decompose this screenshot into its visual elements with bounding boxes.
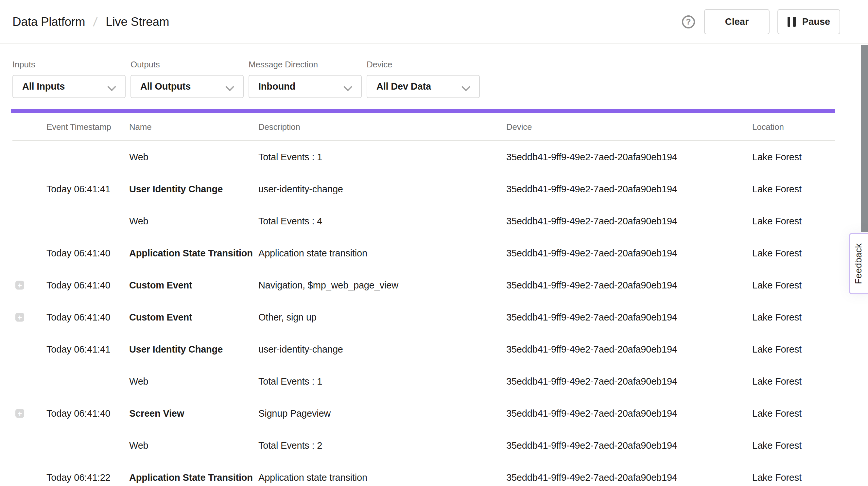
table-row[interactable]: Web Total Events : 4 35eddb41-9ff9-49e2-… bbox=[12, 205, 835, 237]
table-header-row: Event Timestamp Name Description Device … bbox=[12, 113, 835, 141]
table-row[interactable]: Web Total Events : 2 35eddb41-9ff9-49e2-… bbox=[12, 429, 835, 461]
live-stream-page: Data Platform / Live Stream ? Clear Paus… bbox=[0, 0, 868, 486]
location-cell: Lake Forest bbox=[752, 344, 834, 355]
pause-icon bbox=[787, 17, 796, 27]
event-name-cell: Web bbox=[129, 376, 257, 387]
device-cell: 35eddb41-9ff9-49e2-7aed-20afa90eb194 bbox=[506, 152, 748, 162]
feedback-tab[interactable]: Feedback bbox=[849, 233, 868, 294]
column-header-device: Device bbox=[506, 122, 748, 132]
device-cell: 35eddb41-9ff9-49e2-7aed-20afa90eb194 bbox=[506, 376, 748, 387]
event-timestamp-cell: Today 06:41:22 bbox=[46, 472, 128, 483]
chevron-down-icon bbox=[344, 84, 351, 91]
location-cell: Lake Forest bbox=[752, 216, 834, 226]
chevron-down-icon bbox=[226, 84, 233, 91]
table-row[interactable]: + Today 06:41:40 Screen View Signup Page… bbox=[12, 397, 835, 429]
feedback-tab-label: Feedback bbox=[853, 243, 864, 284]
device-cell: 35eddb41-9ff9-49e2-7aed-20afa90eb194 bbox=[506, 472, 748, 483]
location-cell: Lake Forest bbox=[752, 440, 834, 451]
device-cell: 35eddb41-9ff9-49e2-7aed-20afa90eb194 bbox=[506, 280, 748, 291]
device-cell: 35eddb41-9ff9-49e2-7aed-20afa90eb194 bbox=[506, 408, 748, 419]
inputs-select[interactable]: All Inputs bbox=[12, 75, 126, 98]
vertical-scrollbar-thumb[interactable] bbox=[861, 45, 868, 232]
expand-plus-icon[interactable]: + bbox=[16, 281, 24, 290]
filters-row: Inputs All Inputs Outputs All Outputs Me… bbox=[0, 44, 868, 98]
table-row[interactable]: Today 06:41:41 User Identity Change user… bbox=[12, 333, 835, 365]
table-row[interactable]: + Today 06:41:40 Custom Event Navigation… bbox=[12, 269, 835, 301]
breadcrumb-section[interactable]: Data Platform bbox=[12, 15, 85, 29]
pause-button[interactable]: Pause bbox=[777, 9, 840, 34]
description-cell: Application state transition bbox=[258, 248, 504, 259]
device-cell: 35eddb41-9ff9-49e2-7aed-20afa90eb194 bbox=[506, 312, 748, 323]
help-glyph: ? bbox=[686, 17, 691, 27]
expand-plus-icon[interactable]: + bbox=[16, 409, 24, 418]
event-name-cell: Web bbox=[129, 216, 257, 226]
clear-button[interactable]: Clear bbox=[704, 9, 770, 34]
filter-message-direction: Message Direction Inbound bbox=[249, 60, 362, 98]
description-cell: Total Events : 1 bbox=[258, 152, 504, 162]
event-timestamp-cell: Today 06:41:40 bbox=[46, 280, 128, 291]
location-cell: Lake Forest bbox=[752, 280, 834, 291]
device-select-value: All Dev Data bbox=[376, 81, 431, 92]
message-direction-select-value: Inbound bbox=[258, 81, 295, 92]
column-header-description: Description bbox=[258, 122, 504, 132]
event-name-cell: Screen View bbox=[129, 408, 257, 419]
filter-message-direction-label: Message Direction bbox=[249, 60, 362, 70]
description-cell: Signup Pageview bbox=[258, 408, 504, 419]
event-timestamp-cell: Today 06:41:40 bbox=[46, 248, 128, 259]
event-name-cell: User Identity Change bbox=[129, 184, 257, 194]
inputs-select-value: All Inputs bbox=[22, 81, 65, 92]
outputs-select[interactable]: All Outputs bbox=[130, 75, 244, 98]
table-row[interactable]: + Today 06:41:40 Custom Event Other, sig… bbox=[12, 301, 835, 333]
location-cell: Lake Forest bbox=[752, 184, 834, 194]
chevron-down-icon bbox=[108, 84, 115, 91]
location-cell: Lake Forest bbox=[752, 152, 834, 162]
filter-outputs-label: Outputs bbox=[130, 60, 244, 70]
event-name-cell: Web bbox=[129, 152, 257, 162]
event-name-cell: Web bbox=[129, 440, 257, 451]
filter-outputs: Outputs All Outputs bbox=[130, 60, 244, 98]
table-row[interactable]: Today 06:41:22 Application State Transit… bbox=[12, 461, 835, 486]
device-cell: 35eddb41-9ff9-49e2-7aed-20afa90eb194 bbox=[506, 440, 748, 451]
event-timestamp-cell: Today 06:41:40 bbox=[46, 408, 128, 419]
filter-device: Device All Dev Data bbox=[367, 60, 480, 98]
events-table: Event Timestamp Name Description Device … bbox=[12, 113, 835, 486]
event-timestamp-cell: Today 06:41:40 bbox=[46, 312, 128, 323]
filter-device-label: Device bbox=[367, 60, 480, 70]
event-name-cell: User Identity Change bbox=[129, 344, 257, 355]
expand-cell: + bbox=[16, 313, 24, 322]
location-cell: Lake Forest bbox=[752, 248, 834, 259]
device-select[interactable]: All Dev Data bbox=[367, 75, 480, 98]
table-row[interactable]: Today 06:41:40 Application State Transit… bbox=[12, 237, 835, 269]
event-name-cell: Application State Transition bbox=[129, 248, 257, 259]
event-name-cell: Custom Event bbox=[129, 280, 257, 291]
accent-divider bbox=[11, 109, 835, 113]
event-name-cell: Application State Transition bbox=[129, 472, 257, 483]
filter-inputs: Inputs All Inputs bbox=[12, 60, 126, 98]
location-cell: Lake Forest bbox=[752, 312, 834, 323]
description-cell: user-identity-change bbox=[258, 184, 504, 194]
table-row[interactable]: Today 06:41:41 User Identity Change user… bbox=[12, 173, 835, 205]
event-name-cell: Custom Event bbox=[129, 312, 257, 323]
location-cell: Lake Forest bbox=[752, 408, 834, 419]
table-row[interactable]: Web Total Events : 1 35eddb41-9ff9-49e2-… bbox=[12, 141, 835, 173]
device-cell: 35eddb41-9ff9-49e2-7aed-20afa90eb194 bbox=[506, 248, 748, 259]
description-cell: Total Events : 4 bbox=[258, 216, 504, 226]
table-row[interactable]: Web Total Events : 1 35eddb41-9ff9-49e2-… bbox=[12, 365, 835, 397]
device-cell: 35eddb41-9ff9-49e2-7aed-20afa90eb194 bbox=[506, 216, 748, 226]
description-cell: user-identity-change bbox=[258, 344, 504, 355]
top-bar-actions: ? Clear Pause bbox=[682, 9, 840, 34]
top-bar: Data Platform / Live Stream ? Clear Paus… bbox=[0, 0, 868, 44]
message-direction-select[interactable]: Inbound bbox=[249, 75, 362, 98]
description-cell: Total Events : 1 bbox=[258, 376, 504, 387]
expand-cell: + bbox=[16, 409, 24, 418]
breadcrumb: Data Platform / Live Stream bbox=[12, 14, 169, 29]
column-header-location: Location bbox=[752, 122, 834, 132]
outputs-select-value: All Outputs bbox=[140, 81, 191, 92]
device-cell: 35eddb41-9ff9-49e2-7aed-20afa90eb194 bbox=[506, 344, 748, 355]
breadcrumb-separator: / bbox=[93, 14, 98, 29]
pause-button-label: Pause bbox=[802, 17, 830, 27]
event-timestamp-cell: Today 06:41:41 bbox=[46, 344, 128, 355]
event-timestamp-cell: Today 06:41:41 bbox=[46, 184, 128, 194]
help-icon[interactable]: ? bbox=[682, 16, 695, 28]
expand-plus-icon[interactable]: + bbox=[16, 313, 24, 322]
